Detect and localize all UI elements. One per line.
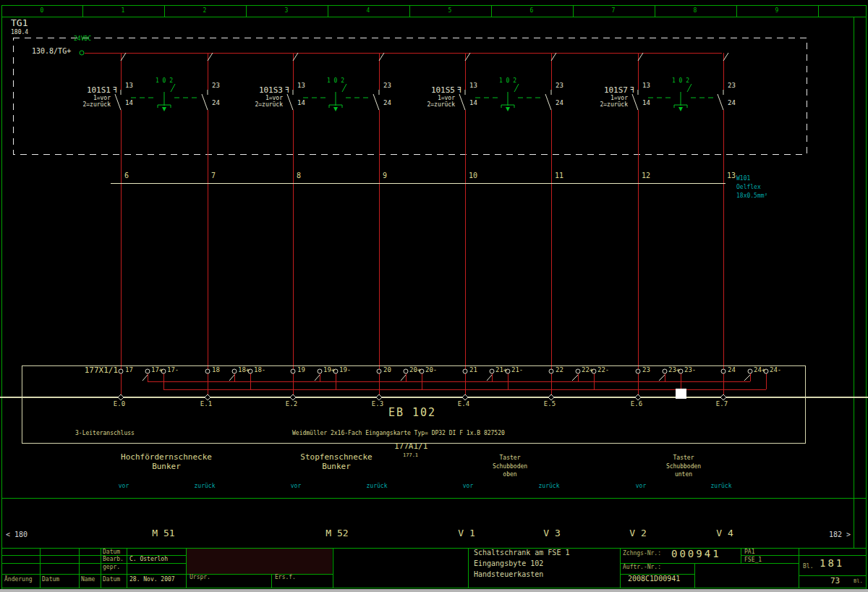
field-label: Datum <box>103 549 120 555</box>
wire-number: 12 <box>642 172 650 179</box>
switch-label[interactable]: 101S1 <box>87 86 111 94</box>
device-ref: V 4 <box>716 528 733 538</box>
terminal-number: 23+ <box>668 367 680 373</box>
ruler-cell: 9 <box>775 8 779 14</box>
manual-actuator-icon: F <box>113 87 117 94</box>
switch-pos1: 1=vor <box>93 96 111 101</box>
drawing-title-line: Handsteuerkasten <box>474 571 543 578</box>
contact-terminal: 14 <box>642 100 650 106</box>
switch-pos2: 2=zurück <box>255 102 283 108</box>
ruler-cell: 5 <box>448 8 452 14</box>
switch-pos2: 2=zurück <box>427 102 455 108</box>
wire-number: 11 <box>555 172 563 179</box>
terminal-number: 21+ <box>495 367 507 373</box>
terminal-number: 23- <box>684 367 696 373</box>
next-sheet-ref[interactable]: 182 > <box>829 531 851 538</box>
device-ref: M 51 <box>152 528 174 538</box>
card-note-left: 3-Leiteranschluss <box>75 431 135 436</box>
input-label: E.2 <box>286 401 297 407</box>
field-label: Bl. <box>803 564 813 570</box>
terminal-number: 23 <box>642 367 650 373</box>
ruler-cell: 8 <box>694 8 697 14</box>
input-label: E.0 <box>114 401 125 407</box>
function-line: Taster <box>673 455 694 461</box>
manual-actuator-icon: F <box>630 87 634 94</box>
switch-pos1: 1=vor <box>610 96 628 101</box>
manual-actuator-icon: F <box>457 87 461 94</box>
contact-terminal: 24 <box>728 100 736 106</box>
cursor-marker <box>676 389 686 399</box>
ruler-cell: 7 <box>612 8 616 14</box>
selector-positions: 1 0 2 <box>327 78 344 84</box>
field-label: Änderung <box>4 577 33 583</box>
selector-positions: 1 0 2 <box>499 78 516 84</box>
field-label: Bl. <box>854 579 863 584</box>
field-label: Name <box>81 577 95 583</box>
input-label: E.5 <box>544 401 556 407</box>
contact-terminal: 23 <box>728 83 736 89</box>
drawing-title-line: Schaltschrank am FSE 1 <box>474 549 569 557</box>
device-ref: M 52 <box>326 528 348 538</box>
contact-terminal: 24 <box>556 100 563 106</box>
cable-name: W101 <box>736 176 750 182</box>
terminal-number: 21 <box>469 367 477 373</box>
switch-label[interactable]: 101S3 <box>259 86 283 94</box>
input-label: E.1 <box>200 401 212 407</box>
field-label: Datum <box>103 577 120 583</box>
drawing-title-line: Eingangsbyte 102 <box>474 560 543 567</box>
terminal-number: 19- <box>339 367 351 373</box>
tg-label: TG1 <box>11 18 27 28</box>
wire-number: 6 <box>124 172 129 179</box>
device-ref: V 3 <box>543 528 560 538</box>
direction-label: vor <box>119 483 129 489</box>
terminal-number: 20+ <box>409 367 421 373</box>
function-line: Stopfenschnecke <box>300 453 372 461</box>
device-ref: V 1 <box>458 528 475 538</box>
terminal-number: 24- <box>770 367 781 373</box>
tg-ref: 180.4 <box>11 30 28 35</box>
wire-number: 13 <box>727 172 736 179</box>
contact-terminal: 24 <box>212 100 220 106</box>
terminal-number: 18- <box>254 367 265 373</box>
terminal-number: 18 <box>212 367 220 373</box>
supply-voltage: 24VDC <box>74 36 91 42</box>
wire-number: 9 <box>383 172 387 179</box>
tg-boundary <box>13 38 807 154</box>
terminal-number: 22 <box>556 367 563 373</box>
supply-ref: 130.8/TG+ <box>32 48 71 55</box>
switch-label[interactable]: 101S7 <box>604 86 628 94</box>
contact-terminal: 23 <box>556 83 563 89</box>
input-label: E.7 <box>716 401 728 407</box>
function-line: Bunker <box>322 462 351 470</box>
ruler-cell: 4 <box>367 8 370 14</box>
window-edge <box>0 589 868 592</box>
contact-terminal: 13 <box>125 83 133 89</box>
wire-number: 8 <box>297 172 301 179</box>
order-number: 2008C1D00941 <box>628 575 680 583</box>
field-label: gepr. <box>103 564 120 570</box>
function-line: oben <box>503 472 516 478</box>
function-line: Taster <box>500 455 521 461</box>
switch-label[interactable]: 101S5 <box>431 86 455 94</box>
terminal-number: 20 <box>383 367 391 373</box>
schematic-page: 0 1 2 3 4 5 6 7 8 9 TG1 180.4 130.8/TG+ … <box>0 0 868 592</box>
terminal-number: 21- <box>511 367 523 373</box>
wire-number: 10 <box>469 172 477 179</box>
terminal-number: 24+ <box>754 367 765 373</box>
contact-terminal: 14 <box>125 100 133 106</box>
manual-actuator-icon: F <box>285 87 289 94</box>
terminal-number: 19+ <box>323 367 335 373</box>
cable-size: 18x0.5mm² <box>736 193 767 199</box>
terminal-number: 19 <box>297 367 305 373</box>
field-label: Ers.f. <box>275 575 296 580</box>
card-note-right: Weidmüller 2x16-Fach Eingangskarte Typ= … <box>292 431 505 436</box>
field-label: Bearb. <box>103 557 124 562</box>
sheet-total: 73 <box>830 577 840 585</box>
card-device-ref: 177.1 <box>403 453 418 458</box>
contact-terminal: 13 <box>642 83 650 89</box>
terminal-number: 18+ <box>238 367 250 373</box>
field-label: FSE_1 <box>744 557 762 563</box>
datum-value: 28. Nov. 2007 <box>129 577 175 583</box>
card-name: EB 102 <box>388 407 436 418</box>
prev-sheet-ref[interactable]: < 180 <box>6 531 27 538</box>
